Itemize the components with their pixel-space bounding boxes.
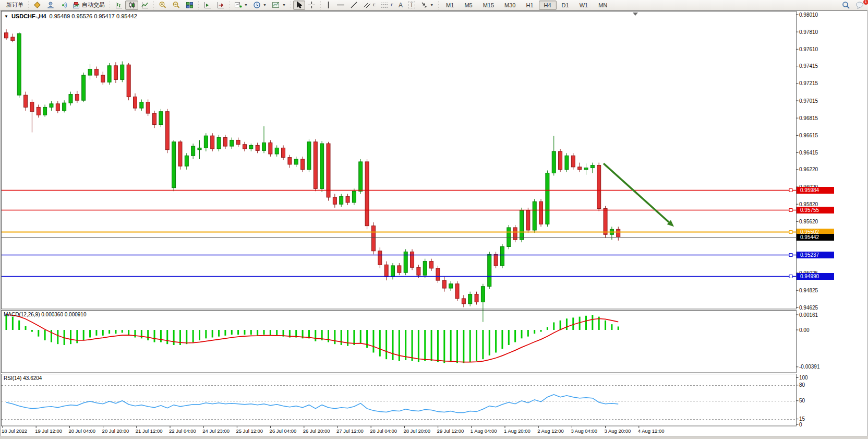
bull-candle — [294, 159, 298, 164]
zoom-out-button[interactable] — [170, 1, 183, 10]
timeframe-mn-button[interactable]: MN — [593, 1, 612, 10]
time-axis-label: 21 Jul 12:00 — [136, 428, 163, 434]
zoom-out-icon — [172, 1, 180, 9]
timeframe-m5-button[interactable]: M5 — [459, 1, 477, 10]
time-axis-label: 28 Jul 20:00 — [403, 428, 430, 434]
timeframe-h1-button[interactable]: H1 — [521, 1, 538, 10]
chart-dropdown-icon[interactable]: ▼ — [4, 14, 8, 19]
indicators-button[interactable]: ▼ — [232, 1, 250, 10]
timeframe-label: H1 — [523, 2, 536, 8]
line-chart-icon — [141, 1, 149, 9]
community-button[interactable] — [44, 1, 57, 10]
macd-histogram-bar — [128, 330, 129, 335]
bear-candle — [165, 112, 169, 150]
tile-windows-button[interactable] — [183, 1, 196, 10]
bear-candle — [559, 151, 562, 170]
timeframe-h4-button[interactable]: H4 — [539, 1, 557, 10]
templates-button[interactable]: ▼ — [269, 1, 288, 10]
bear-candle — [539, 201, 543, 224]
bear-candle — [397, 266, 401, 272]
timeframe-label: H4 — [541, 2, 554, 8]
bull-candle — [488, 254, 491, 286]
bull-candle — [17, 33, 21, 95]
svg-text:100: 100 — [799, 375, 808, 381]
channel-tool-button[interactable]: E — [360, 1, 378, 10]
line-chart-type-button[interactable] — [138, 1, 151, 10]
macd-histogram-bar — [31, 330, 33, 332]
bear-candle — [11, 37, 15, 41]
chart-ohlc-values: 0.95489 0.95526 0.95417 0.95442 — [50, 13, 137, 19]
trendline-tool-button[interactable] — [347, 1, 360, 10]
auto-scroll-icon — [203, 1, 211, 9]
candlestick-icon — [128, 1, 136, 9]
macd-histogram-bar — [366, 330, 368, 348]
chart-canvas[interactable]: 0.980100.978100.976100.974150.972150.970… — [0, 0, 868, 439]
candlestick-chart-type-button[interactable] — [125, 1, 138, 10]
bear-candle — [365, 162, 369, 226]
bar-chart-type-button[interactable] — [112, 1, 125, 10]
timeframe-m1-button[interactable]: M1 — [441, 1, 459, 10]
bear-candle — [101, 75, 105, 82]
macd-histogram-bar — [263, 330, 265, 335]
text-tool-label: A — [399, 2, 403, 9]
macd-histogram-bar — [437, 330, 439, 362]
macd-histogram-bar — [521, 330, 523, 338]
time-axis-label: 28 Jul 04:00 — [370, 428, 397, 434]
toolbar-separator — [27, 1, 30, 9]
macd-histogram-bar — [579, 317, 581, 330]
macd-histogram-bar — [508, 330, 510, 345]
cursor-tool-button[interactable] — [293, 1, 305, 10]
bull-candle — [249, 145, 253, 149]
timeframe-m30-button[interactable]: M30 — [499, 1, 521, 10]
svg-text:0.97415: 0.97415 — [799, 63, 818, 69]
fibo-tool-tag: F — [391, 3, 393, 7]
macd-histogram-bar — [585, 316, 587, 330]
time-axis-label: 3 Aug 20:00 — [605, 428, 631, 434]
bull-candle — [198, 148, 201, 149]
fibonacci-tool-button[interactable]: F — [378, 1, 396, 10]
vertical-line-tool-button[interactable] — [323, 1, 334, 10]
signals-button[interactable] — [57, 1, 70, 10]
bear-candle — [24, 95, 28, 107]
trendline-icon — [350, 1, 358, 9]
time-axis-label: 26 Jul 20:00 — [303, 428, 330, 434]
crosshair-tool-button[interactable] — [305, 1, 318, 10]
text-tool-button[interactable]: A — [396, 1, 405, 10]
bear-candle — [384, 265, 388, 277]
bear-candle — [153, 113, 156, 125]
macd-histogram-bar — [25, 326, 27, 330]
chat-button[interactable]: 1 — [853, 1, 867, 10]
macd-histogram-bar — [572, 317, 574, 330]
timeframe-d1-button[interactable]: D1 — [557, 1, 574, 10]
auto-scroll-button[interactable] — [201, 1, 214, 10]
macd-histogram-bar — [160, 330, 162, 342]
bear-candle — [571, 156, 575, 167]
bear-candle — [75, 94, 79, 101]
macd-histogram-bar — [424, 330, 426, 361]
chart-shift-button[interactable] — [214, 1, 227, 10]
bull-candle — [520, 210, 524, 240]
bear-candle — [30, 102, 34, 111]
market-depth-button[interactable] — [31, 1, 44, 10]
auto-trading-button[interactable]: 自动交易 — [70, 1, 107, 10]
search-button[interactable] — [839, 1, 853, 10]
macd-histogram-bar — [192, 330, 194, 342]
bear-candle — [333, 197, 336, 204]
time-axis-label: 3 Aug 04:00 — [571, 428, 597, 434]
new-order-button[interactable]: 新订单 — [4, 1, 26, 10]
bull-candle — [307, 142, 311, 170]
time-axis-label: 4 Aug 12:00 — [638, 428, 665, 434]
bear-candle — [223, 137, 227, 146]
periods-button[interactable]: ▼ — [250, 1, 269, 10]
zoom-in-button[interactable] — [156, 1, 170, 10]
chart-shift-icon — [216, 1, 224, 9]
chart-symbol-title: USDCHF-,H4 — [11, 13, 46, 19]
timeframe-m15-button[interactable]: M15 — [478, 1, 499, 10]
timeframe-w1-button[interactable]: W1 — [574, 1, 594, 10]
bear-candle — [411, 252, 414, 267]
label-tool-button[interactable]: T — [405, 1, 418, 10]
arrows-tool-button[interactable]: ▼ — [418, 1, 436, 10]
horizontal-line-tool-button[interactable] — [334, 1, 347, 10]
chart-title-bar[interactable]: ▼ USDCHF-,H4 0.95489 0.95526 0.95417 0.9… — [4, 13, 137, 19]
fibonacci-icon — [381, 1, 389, 9]
